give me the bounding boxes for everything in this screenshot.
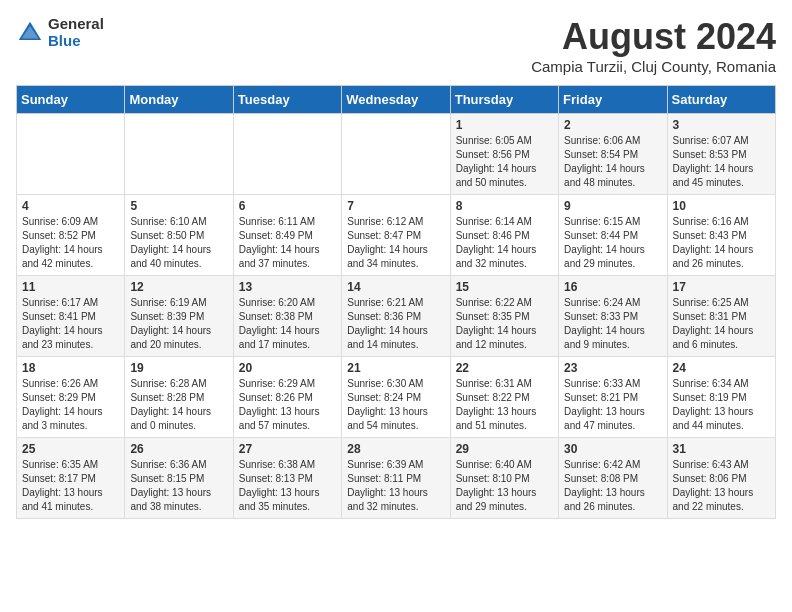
cell-content: Sunrise: 6:20 AM Sunset: 8:38 PM Dayligh… bbox=[239, 296, 336, 352]
calendar-cell: 28Sunrise: 6:39 AM Sunset: 8:11 PM Dayli… bbox=[342, 438, 450, 519]
day-number: 27 bbox=[239, 442, 336, 456]
calendar-cell: 23Sunrise: 6:33 AM Sunset: 8:21 PM Dayli… bbox=[559, 357, 667, 438]
cell-content: Sunrise: 6:05 AM Sunset: 8:56 PM Dayligh… bbox=[456, 134, 553, 190]
day-number: 6 bbox=[239, 199, 336, 213]
calendar-cell: 9Sunrise: 6:15 AM Sunset: 8:44 PM Daylig… bbox=[559, 195, 667, 276]
calendar-cell bbox=[125, 114, 233, 195]
calendar-cell: 22Sunrise: 6:31 AM Sunset: 8:22 PM Dayli… bbox=[450, 357, 558, 438]
calendar-cell: 8Sunrise: 6:14 AM Sunset: 8:46 PM Daylig… bbox=[450, 195, 558, 276]
cell-content: Sunrise: 6:19 AM Sunset: 8:39 PM Dayligh… bbox=[130, 296, 227, 352]
calendar-cell bbox=[342, 114, 450, 195]
day-number: 5 bbox=[130, 199, 227, 213]
calendar-cell: 5Sunrise: 6:10 AM Sunset: 8:50 PM Daylig… bbox=[125, 195, 233, 276]
calendar-cell: 19Sunrise: 6:28 AM Sunset: 8:28 PM Dayli… bbox=[125, 357, 233, 438]
calendar-week-row: 11Sunrise: 6:17 AM Sunset: 8:41 PM Dayli… bbox=[17, 276, 776, 357]
calendar-cell: 27Sunrise: 6:38 AM Sunset: 8:13 PM Dayli… bbox=[233, 438, 341, 519]
weekday-header-thursday: Thursday bbox=[450, 86, 558, 114]
page-header: General Blue August 2024 Campia Turzii, … bbox=[16, 16, 776, 75]
logo-blue-label: Blue bbox=[48, 33, 104, 50]
day-number: 21 bbox=[347, 361, 444, 375]
cell-content: Sunrise: 6:33 AM Sunset: 8:21 PM Dayligh… bbox=[564, 377, 661, 433]
cell-content: Sunrise: 6:11 AM Sunset: 8:49 PM Dayligh… bbox=[239, 215, 336, 271]
calendar-cell: 20Sunrise: 6:29 AM Sunset: 8:26 PM Dayli… bbox=[233, 357, 341, 438]
day-number: 17 bbox=[673, 280, 770, 294]
cell-content: Sunrise: 6:28 AM Sunset: 8:28 PM Dayligh… bbox=[130, 377, 227, 433]
cell-content: Sunrise: 6:07 AM Sunset: 8:53 PM Dayligh… bbox=[673, 134, 770, 190]
calendar-week-row: 4Sunrise: 6:09 AM Sunset: 8:52 PM Daylig… bbox=[17, 195, 776, 276]
cell-content: Sunrise: 6:43 AM Sunset: 8:06 PM Dayligh… bbox=[673, 458, 770, 514]
calendar-cell bbox=[233, 114, 341, 195]
calendar-cell: 30Sunrise: 6:42 AM Sunset: 8:08 PM Dayli… bbox=[559, 438, 667, 519]
weekday-header-monday: Monday bbox=[125, 86, 233, 114]
day-number: 1 bbox=[456, 118, 553, 132]
calendar-cell: 26Sunrise: 6:36 AM Sunset: 8:15 PM Dayli… bbox=[125, 438, 233, 519]
calendar-cell: 21Sunrise: 6:30 AM Sunset: 8:24 PM Dayli… bbox=[342, 357, 450, 438]
calendar-cell: 10Sunrise: 6:16 AM Sunset: 8:43 PM Dayli… bbox=[667, 195, 775, 276]
logo-icon bbox=[16, 19, 44, 47]
calendar-header-row: SundayMondayTuesdayWednesdayThursdayFrid… bbox=[17, 86, 776, 114]
cell-content: Sunrise: 6:06 AM Sunset: 8:54 PM Dayligh… bbox=[564, 134, 661, 190]
day-number: 23 bbox=[564, 361, 661, 375]
cell-content: Sunrise: 6:34 AM Sunset: 8:19 PM Dayligh… bbox=[673, 377, 770, 433]
day-number: 11 bbox=[22, 280, 119, 294]
cell-content: Sunrise: 6:38 AM Sunset: 8:13 PM Dayligh… bbox=[239, 458, 336, 514]
weekday-header-saturday: Saturday bbox=[667, 86, 775, 114]
calendar-cell: 24Sunrise: 6:34 AM Sunset: 8:19 PM Dayli… bbox=[667, 357, 775, 438]
cell-content: Sunrise: 6:40 AM Sunset: 8:10 PM Dayligh… bbox=[456, 458, 553, 514]
calendar-cell bbox=[17, 114, 125, 195]
day-number: 15 bbox=[456, 280, 553, 294]
day-number: 20 bbox=[239, 361, 336, 375]
calendar-cell: 7Sunrise: 6:12 AM Sunset: 8:47 PM Daylig… bbox=[342, 195, 450, 276]
cell-content: Sunrise: 6:17 AM Sunset: 8:41 PM Dayligh… bbox=[22, 296, 119, 352]
cell-content: Sunrise: 6:09 AM Sunset: 8:52 PM Dayligh… bbox=[22, 215, 119, 271]
calendar-cell: 1Sunrise: 6:05 AM Sunset: 8:56 PM Daylig… bbox=[450, 114, 558, 195]
day-number: 24 bbox=[673, 361, 770, 375]
calendar-cell: 31Sunrise: 6:43 AM Sunset: 8:06 PM Dayli… bbox=[667, 438, 775, 519]
day-number: 22 bbox=[456, 361, 553, 375]
calendar-week-row: 18Sunrise: 6:26 AM Sunset: 8:29 PM Dayli… bbox=[17, 357, 776, 438]
weekday-header-wednesday: Wednesday bbox=[342, 86, 450, 114]
cell-content: Sunrise: 6:12 AM Sunset: 8:47 PM Dayligh… bbox=[347, 215, 444, 271]
day-number: 12 bbox=[130, 280, 227, 294]
logo: General Blue bbox=[16, 16, 104, 49]
cell-content: Sunrise: 6:26 AM Sunset: 8:29 PM Dayligh… bbox=[22, 377, 119, 433]
cell-content: Sunrise: 6:22 AM Sunset: 8:35 PM Dayligh… bbox=[456, 296, 553, 352]
cell-content: Sunrise: 6:16 AM Sunset: 8:43 PM Dayligh… bbox=[673, 215, 770, 271]
weekday-header-friday: Friday bbox=[559, 86, 667, 114]
day-number: 18 bbox=[22, 361, 119, 375]
month-title: August 2024 bbox=[531, 16, 776, 58]
calendar-cell: 3Sunrise: 6:07 AM Sunset: 8:53 PM Daylig… bbox=[667, 114, 775, 195]
logo-text: General Blue bbox=[48, 16, 104, 49]
cell-content: Sunrise: 6:42 AM Sunset: 8:08 PM Dayligh… bbox=[564, 458, 661, 514]
day-number: 31 bbox=[673, 442, 770, 456]
calendar-cell: 29Sunrise: 6:40 AM Sunset: 8:10 PM Dayli… bbox=[450, 438, 558, 519]
cell-content: Sunrise: 6:24 AM Sunset: 8:33 PM Dayligh… bbox=[564, 296, 661, 352]
logo-general-label: General bbox=[48, 16, 104, 33]
cell-content: Sunrise: 6:25 AM Sunset: 8:31 PM Dayligh… bbox=[673, 296, 770, 352]
cell-content: Sunrise: 6:29 AM Sunset: 8:26 PM Dayligh… bbox=[239, 377, 336, 433]
location-title: Campia Turzii, Cluj County, Romania bbox=[531, 58, 776, 75]
day-number: 16 bbox=[564, 280, 661, 294]
day-number: 4 bbox=[22, 199, 119, 213]
weekday-header-sunday: Sunday bbox=[17, 86, 125, 114]
cell-content: Sunrise: 6:36 AM Sunset: 8:15 PM Dayligh… bbox=[130, 458, 227, 514]
cell-content: Sunrise: 6:15 AM Sunset: 8:44 PM Dayligh… bbox=[564, 215, 661, 271]
day-number: 2 bbox=[564, 118, 661, 132]
cell-content: Sunrise: 6:10 AM Sunset: 8:50 PM Dayligh… bbox=[130, 215, 227, 271]
day-number: 30 bbox=[564, 442, 661, 456]
weekday-header-tuesday: Tuesday bbox=[233, 86, 341, 114]
calendar-cell: 15Sunrise: 6:22 AM Sunset: 8:35 PM Dayli… bbox=[450, 276, 558, 357]
day-number: 14 bbox=[347, 280, 444, 294]
day-number: 10 bbox=[673, 199, 770, 213]
calendar-cell: 4Sunrise: 6:09 AM Sunset: 8:52 PM Daylig… bbox=[17, 195, 125, 276]
title-block: August 2024 Campia Turzii, Cluj County, … bbox=[531, 16, 776, 75]
day-number: 26 bbox=[130, 442, 227, 456]
calendar-cell: 6Sunrise: 6:11 AM Sunset: 8:49 PM Daylig… bbox=[233, 195, 341, 276]
calendar-cell: 17Sunrise: 6:25 AM Sunset: 8:31 PM Dayli… bbox=[667, 276, 775, 357]
day-number: 9 bbox=[564, 199, 661, 213]
day-number: 3 bbox=[673, 118, 770, 132]
calendar-cell: 2Sunrise: 6:06 AM Sunset: 8:54 PM Daylig… bbox=[559, 114, 667, 195]
calendar-cell: 25Sunrise: 6:35 AM Sunset: 8:17 PM Dayli… bbox=[17, 438, 125, 519]
calendar-table: SundayMondayTuesdayWednesdayThursdayFrid… bbox=[16, 85, 776, 519]
day-number: 13 bbox=[239, 280, 336, 294]
